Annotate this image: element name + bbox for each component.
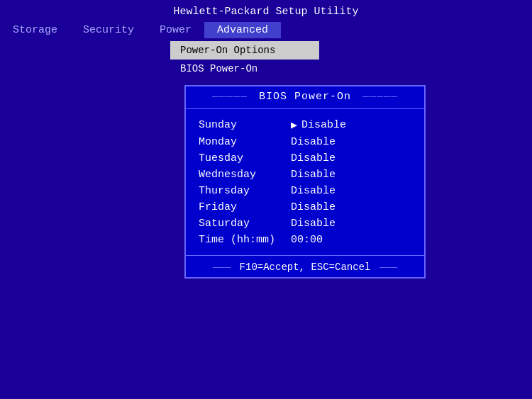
value-text: Disable bbox=[291, 218, 336, 230]
dialog-row-monday[interactable]: MondayDisable bbox=[199, 134, 411, 150]
day-value: Disable bbox=[291, 185, 336, 197]
nav-item-security[interactable]: Security bbox=[70, 22, 147, 38]
day-label: Friday bbox=[199, 201, 291, 213]
dropdown-item-power-on-options[interactable]: Power-On Options bbox=[170, 41, 319, 60]
dialog-row-friday[interactable]: FridayDisable bbox=[199, 199, 411, 215]
value-text: Disable bbox=[291, 152, 336, 164]
dialog-title: BIOS Power-On bbox=[186, 86, 424, 109]
dialog-row-thursday[interactable]: ThursdayDisable bbox=[199, 183, 411, 199]
day-value: Disable bbox=[291, 169, 336, 181]
bios-power-on-dialog: BIOS Power-On Sunday▶DisableMondayDisabl… bbox=[184, 85, 426, 279]
dialog-body: Sunday▶DisableMondayDisableTuesdayDisabl… bbox=[186, 109, 424, 252]
dropdown-menu: Power-On OptionsBIOS Power-On bbox=[170, 41, 319, 78]
value-text: Disable bbox=[291, 136, 336, 148]
day-value: Disable bbox=[291, 152, 336, 164]
value-text: Disable bbox=[291, 169, 336, 181]
app-title: Hewlett-Packard Setup Utility bbox=[173, 6, 358, 18]
value-text: Disable bbox=[291, 201, 336, 213]
day-value: Disable bbox=[291, 201, 336, 213]
day-label: Tuesday bbox=[199, 152, 291, 164]
day-label: Thursday bbox=[199, 185, 291, 197]
dialog-row-saturday[interactable]: SaturdayDisable bbox=[199, 215, 411, 232]
day-label: Monday bbox=[199, 136, 291, 148]
dropdown-item-bios-power-on[interactable]: BIOS Power-On bbox=[170, 60, 319, 78]
dialog-footer: F10=Accept, ESC=Cancel bbox=[186, 255, 424, 277]
day-value: ▶Disable bbox=[291, 118, 346, 132]
day-value: Disable bbox=[291, 136, 336, 148]
value-text: 00:00 bbox=[291, 234, 323, 246]
dialog-row-sunday[interactable]: Sunday▶Disable bbox=[199, 116, 411, 134]
arrow-icon: ▶ bbox=[291, 118, 297, 132]
header-bar: Hewlett-Packard Setup Utility bbox=[0, 0, 532, 21]
nav-bar: StorageSecurityPowerAdvanced bbox=[0, 21, 532, 41]
day-label: Wednesday bbox=[199, 169, 291, 181]
nav-item-power[interactable]: Power bbox=[147, 22, 204, 38]
day-label: Sunday bbox=[199, 119, 291, 131]
day-value: Disable bbox=[291, 218, 336, 230]
value-text: Disable bbox=[291, 185, 336, 197]
nav-item-storage[interactable]: Storage bbox=[0, 22, 70, 38]
dialog-row-wednesday[interactable]: WednesdayDisable bbox=[199, 167, 411, 183]
dialog-row-time--hh-mm-[interactable]: Time (hh:mm)00:00 bbox=[199, 232, 411, 248]
day-label: Time (hh:mm) bbox=[199, 234, 291, 246]
nav-item-advanced[interactable]: Advanced bbox=[204, 22, 281, 38]
day-value: 00:00 bbox=[291, 234, 323, 246]
dialog-row-tuesday[interactable]: TuesdayDisable bbox=[199, 150, 411, 167]
value-text: Disable bbox=[301, 119, 346, 131]
day-label: Saturday bbox=[199, 218, 291, 230]
